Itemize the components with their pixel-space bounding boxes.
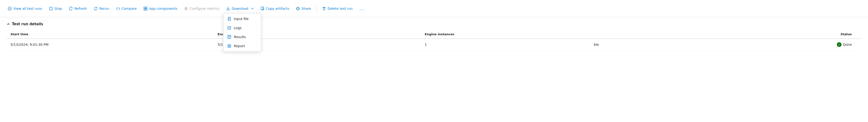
rerun-icon	[94, 6, 98, 11]
rerun-button[interactable]: Rerun	[91, 5, 112, 12]
logs-icon	[227, 26, 231, 30]
copy-artifacts-icon	[260, 6, 265, 11]
more-button[interactable]: ...	[356, 4, 368, 12]
table-body: 5/13/2024, 9:01:30 PM 5/13/2024, 9:02:38…	[7, 39, 861, 51]
copy-artifacts-label: Copy artifacts	[266, 7, 289, 10]
compare-label: Compare	[122, 7, 137, 10]
svg-rect-12	[261, 7, 263, 9]
more-label: ...	[359, 6, 365, 11]
toolbar: View all test runs Stop Refresh	[0, 0, 868, 17]
test-runs-table: Start time End time Engine instances Sta…	[7, 30, 861, 51]
download-input-file[interactable]: Input file	[223, 14, 261, 23]
collapse-chevron-icon[interactable]	[7, 22, 10, 26]
download-chevron-button[interactable]	[248, 5, 256, 12]
col-start-time: Start time	[7, 30, 214, 39]
app-components-button[interactable]: App components	[141, 5, 180, 12]
delete-label: Delete test run	[328, 7, 353, 10]
refresh-icon	[69, 6, 73, 11]
delete-icon	[322, 6, 326, 11]
download-logs[interactable]: Logs	[223, 23, 261, 32]
delete-button[interactable]: Delete test run	[319, 5, 355, 12]
status-done: ✓ Done	[737, 42, 852, 47]
svg-rect-5	[146, 9, 147, 10]
main-content: Test run details Start time End time Eng…	[0, 17, 868, 51]
col-extra	[590, 30, 733, 39]
download-label: Download	[232, 7, 248, 10]
input-file-label: Input file	[234, 17, 249, 21]
logs-label: Logs	[234, 26, 242, 30]
rerun-label: Rerun	[99, 7, 109, 10]
svg-rect-8	[228, 26, 231, 29]
report-icon	[227, 44, 231, 48]
compare-button[interactable]: Compare	[113, 5, 140, 12]
share-button[interactable]: Share	[293, 5, 314, 12]
svg-rect-4	[144, 9, 145, 10]
configure-metrics-label: Configure metrics	[190, 7, 219, 10]
table-header: Start time End time Engine instances Sta…	[7, 30, 861, 39]
share-label: Share	[302, 7, 311, 10]
view-all-icon	[8, 6, 12, 11]
svg-point-6	[185, 8, 187, 9]
app-components-icon	[143, 6, 148, 11]
results-label: Results	[234, 35, 246, 39]
svg-rect-1	[50, 7, 52, 10]
copy-artifacts-button[interactable]: Copy artifacts	[257, 5, 292, 12]
status-done-label: Done	[843, 43, 852, 47]
results-icon	[227, 35, 231, 39]
toolbar-separator	[316, 5, 317, 12]
download-results[interactable]: Results	[223, 32, 261, 41]
svg-rect-2	[144, 7, 145, 8]
col-status: Status	[733, 30, 861, 39]
app-components-label: App components	[149, 7, 177, 10]
refresh-label: Refresh	[74, 7, 87, 10]
download-button[interactable]: Download	[223, 5, 248, 12]
table-row: 5/13/2024, 9:01:30 PM 5/13/2024, 9:02:38…	[7, 39, 861, 51]
col-engine-instances: Engine instances	[421, 30, 590, 39]
report-label: Report	[234, 44, 245, 48]
status-done-icon: ✓	[837, 42, 842, 47]
svg-rect-3	[146, 7, 147, 8]
section-header: Test run details	[7, 22, 861, 26]
cell-start-time: 5/13/2024, 9:01:30 PM	[7, 39, 214, 51]
stop-label: Stop	[55, 7, 62, 10]
refresh-button[interactable]: Refresh	[66, 5, 90, 12]
configure-metrics-button[interactable]: Configure metrics	[181, 5, 222, 12]
share-icon	[296, 6, 300, 11]
compare-icon	[116, 6, 120, 11]
cell-engine-instances: 1	[421, 39, 590, 51]
configure-metrics-icon	[184, 6, 188, 11]
view-all-label: View all test runs	[13, 7, 42, 10]
chevron-down-icon	[250, 6, 254, 11]
cell-extra: ble	[590, 39, 733, 51]
cell-status: ✓ Done	[733, 39, 861, 51]
section-title: Test run details	[12, 22, 43, 26]
download-icon	[226, 6, 230, 11]
download-report[interactable]: Report	[223, 41, 261, 51]
view-all-button[interactable]: View all test runs	[5, 5, 45, 12]
stop-button[interactable]: Stop	[46, 5, 65, 12]
input-file-icon	[227, 17, 231, 21]
download-menu: Input file Logs	[223, 13, 261, 52]
download-dropdown: Download Input file	[223, 5, 256, 12]
stop-icon	[49, 6, 53, 11]
